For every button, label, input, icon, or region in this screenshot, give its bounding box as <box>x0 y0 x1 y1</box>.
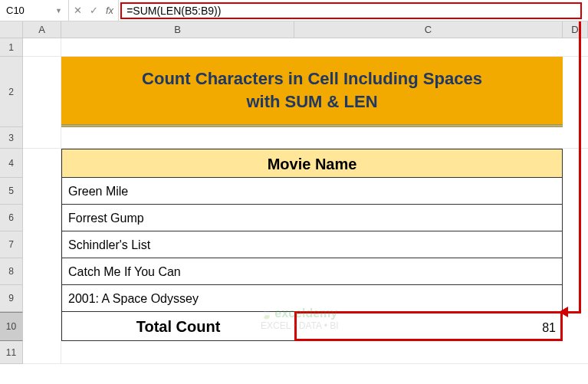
title-line2: with SUM & LEN <box>61 90 563 113</box>
cell-A7[interactable] <box>23 231 61 258</box>
table-row[interactable]: Green Mile <box>61 178 563 205</box>
movie-name: Forrest Gump <box>68 205 144 231</box>
row-header-9[interactable]: 9 <box>0 285 23 312</box>
column-header-D[interactable]: D <box>563 21 588 38</box>
table-row[interactable]: Forrest Gump <box>61 205 563 231</box>
cell-BC1[interactable] <box>61 38 563 57</box>
movie-name: Green Mile <box>68 178 128 204</box>
enter-icon[interactable]: ✓ <box>90 5 98 16</box>
cell-A3[interactable] <box>23 127 61 149</box>
column-headers: A B C D <box>0 21 588 38</box>
row-header-10[interactable]: 10 <box>0 312 23 341</box>
column-header-C[interactable]: C <box>294 21 563 38</box>
watermark-leaf-icon: 🍃 <box>261 309 272 320</box>
cancel-icon[interactable]: ✕ <box>74 5 82 16</box>
cell-BC3[interactable] <box>61 127 563 149</box>
fx-icon[interactable]: fx <box>106 5 113 16</box>
column-header-A[interactable]: A <box>23 21 61 38</box>
cell-A11[interactable] <box>23 341 61 364</box>
cell-D5[interactable] <box>563 178 588 205</box>
formula-bar: C10 ▼ ✕ ✓ fx =SUM(LEN(B5:B9)) <box>0 0 588 21</box>
cell-A8[interactable] <box>23 258 61 285</box>
row-header-8[interactable]: 8 <box>0 258 23 285</box>
arrow-left-icon <box>559 307 568 317</box>
row-header-6[interactable]: 6 <box>0 205 23 231</box>
annotation-arrow-horizontal <box>566 311 581 313</box>
annotation-arrow-vertical <box>579 21 581 313</box>
title-banner[interactable]: Count Characters in Cell Including Space… <box>61 57 563 127</box>
formula-input[interactable]: =SUM(LEN(B5:B9)) <box>120 2 582 19</box>
title-line1: Count Characters in Cell Including Space… <box>61 67 563 90</box>
cell-A4[interactable] <box>23 149 61 178</box>
row-header-11[interactable]: 11 <box>0 341 23 364</box>
cell-D3[interactable] <box>563 127 588 149</box>
row-headers: 1 2 3 4 5 6 7 8 9 10 11 <box>0 38 23 364</box>
cell-D2[interactable] <box>563 57 588 127</box>
watermark: 🍃 exceldemy EXCEL • DATA • BI <box>261 307 339 331</box>
table-header[interactable]: Movie Name <box>61 149 563 178</box>
cell-A9[interactable] <box>23 285 61 312</box>
chevron-down-icon[interactable]: ▼ <box>55 7 62 15</box>
grid-body: 1 2 3 4 5 6 7 8 9 10 11 Count Characters… <box>0 38 588 364</box>
cells-area[interactable]: Count Characters in Cell Including Space… <box>23 38 588 364</box>
cell-A1[interactable] <box>23 38 61 57</box>
movie-name: 2001: A Space Odyssey <box>68 285 199 311</box>
cell-D4[interactable] <box>563 149 588 178</box>
table-row[interactable]: Schindler's List <box>61 231 563 258</box>
row-header-1[interactable]: 1 <box>0 38 23 57</box>
cell-A2[interactable] <box>23 57 61 127</box>
active-cell-ref: C10 <box>6 5 25 16</box>
cell-A6[interactable] <box>23 205 61 231</box>
row-header-2[interactable]: 2 <box>0 57 23 127</box>
cell-A10[interactable] <box>23 312 61 341</box>
cell-D7[interactable] <box>563 231 588 258</box>
select-all-corner[interactable] <box>0 21 23 38</box>
column-header-B[interactable]: B <box>61 21 294 38</box>
table-row[interactable]: Catch Me If You Can <box>61 258 563 285</box>
cell-D6[interactable] <box>563 205 588 231</box>
row-header-7[interactable]: 7 <box>0 231 23 258</box>
row-header-5[interactable]: 5 <box>0 178 23 205</box>
row-header-4[interactable]: 4 <box>0 149 23 178</box>
row-header-3[interactable]: 3 <box>0 127 23 149</box>
cell-A5[interactable] <box>23 178 61 205</box>
formula-bar-buttons: ✕ ✓ fx <box>69 0 119 21</box>
watermark-brand: exceldemy <box>274 307 337 320</box>
formula-text: =SUM(LEN(B5:B9)) <box>126 5 221 17</box>
cell-BC11[interactable] <box>61 341 563 364</box>
name-box[interactable]: C10 ▼ <box>0 0 69 21</box>
watermark-tag: EXCEL • DATA • BI <box>261 320 339 331</box>
cell-D1[interactable] <box>563 38 588 57</box>
movie-name: Schindler's List <box>68 231 150 258</box>
cell-D8[interactable] <box>563 258 588 285</box>
movie-name: Catch Me If You Can <box>68 258 181 284</box>
cell-D11[interactable] <box>563 341 588 364</box>
